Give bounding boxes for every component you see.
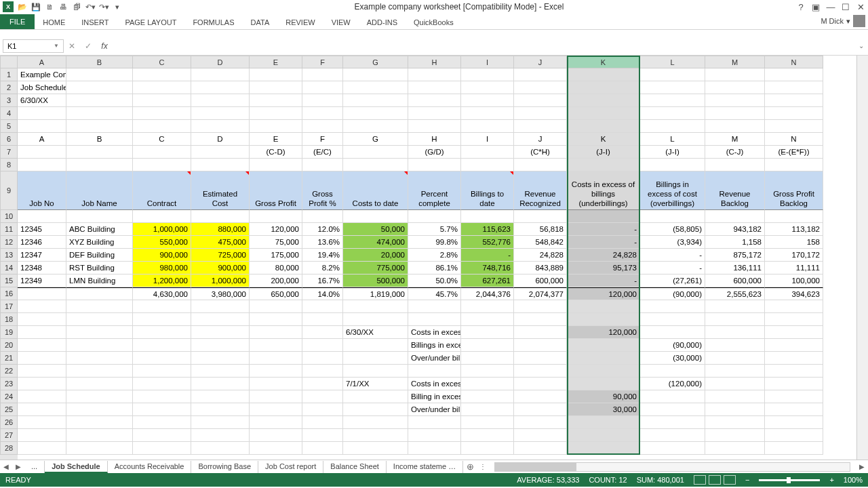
col-header-K[interactable]: K — [567, 56, 640, 68]
tab-view[interactable]: VIEW — [323, 16, 359, 29]
row-header-20[interactable]: 20 — [0, 339, 18, 352]
row-header-21[interactable]: 21 — [0, 352, 18, 365]
col-header-E[interactable]: E — [250, 56, 302, 68]
row-header-23[interactable]: 23 — [0, 378, 18, 390]
tab-page-layout[interactable]: PAGE LAYOUT — [117, 16, 184, 29]
print-preview-icon[interactable]: 🖶 — [58, 2, 68, 12]
tab-file[interactable]: FILE — [0, 14, 35, 29]
zoom-level[interactable]: 100% — [844, 476, 863, 484]
chevron-down-icon: ▾ — [846, 17, 850, 26]
row-header-9[interactable]: 9 — [0, 171, 18, 210]
user-account[interactable]: M Dick▾ — [821, 15, 865, 27]
row-header-12[interactable]: 12 — [0, 236, 18, 249]
quick-print-icon[interactable]: 🗐 — [72, 2, 81, 12]
row-header-25[interactable]: 25 — [0, 403, 18, 416]
row-header-8[interactable]: 8 — [0, 159, 18, 171]
sheet-tab[interactable]: ... — [24, 461, 45, 473]
col-header-G[interactable]: G — [343, 56, 408, 68]
zoom-out-icon[interactable]: − — [745, 476, 749, 484]
row-header-1[interactable]: 1 — [0, 68, 18, 81]
sheet-tab[interactable]: Accounts Receivable — [108, 461, 192, 473]
col-header-F[interactable]: F — [302, 56, 343, 68]
help-icon[interactable]: ? — [796, 2, 806, 12]
ribbon-display-icon[interactable]: ▣ — [811, 2, 821, 12]
cells-area[interactable]: Example CompanyJob Schedule6/30/XXABCDEF… — [18, 68, 856, 455]
row-header-2[interactable]: 2 — [0, 81, 18, 94]
horizontal-scrollbar[interactable] — [494, 462, 850, 472]
expand-formula-bar-icon[interactable]: ⌄ — [854, 42, 868, 49]
close-icon[interactable]: ✕ — [856, 2, 865, 12]
col-header-A[interactable]: A — [18, 56, 66, 68]
sheet-nav-prev[interactable]: ◀ — [0, 463, 12, 470]
sheet-tab[interactable]: Borrowing Base — [191, 461, 258, 473]
sheet-tab[interactable]: Job Cost report — [258, 461, 323, 473]
col-header-L[interactable]: L — [640, 56, 705, 68]
tab-insert[interactable]: INSERT — [73, 16, 117, 29]
row-header-22[interactable]: 22 — [0, 365, 18, 378]
col-header-B[interactable]: B — [66, 56, 133, 68]
row-header-11[interactable]: 11 — [0, 223, 18, 236]
row-header-19[interactable]: 19 — [0, 326, 18, 339]
row-header-7[interactable]: 7 — [0, 146, 18, 159]
sheet-tab[interactable]: Balance Sheet — [323, 461, 387, 473]
maximize-icon[interactable]: ☐ — [841, 2, 850, 12]
minimize-icon[interactable]: — — [826, 2, 835, 12]
row-header-5[interactable]: 5 — [0, 120, 18, 133]
page-layout-view-icon[interactable] — [709, 475, 721, 485]
col-header-C[interactable]: C — [133, 56, 191, 68]
col-header-N[interactable]: N — [765, 56, 823, 68]
save-as-icon[interactable]: 🗎 — [45, 2, 54, 12]
row-header-4[interactable]: 4 — [0, 107, 18, 120]
page-break-view-icon[interactable] — [724, 475, 736, 485]
fx-icon[interactable]: fx — [96, 41, 113, 51]
col-header-D[interactable]: D — [191, 56, 250, 68]
tab-home[interactable]: HOME — [35, 16, 73, 29]
view-buttons[interactable] — [694, 475, 736, 485]
row-header-15[interactable]: 15 — [0, 274, 18, 287]
vertical-scrollbar[interactable] — [856, 56, 868, 460]
zoom-in-icon[interactable]: + — [829, 476, 833, 484]
sheet-tab-bar: ◀ ▶ ...Job ScheduleAccounts ReceivableBo… — [0, 460, 868, 473]
row-header-16[interactable]: 16 — [0, 287, 18, 300]
row-header-26[interactable]: 26 — [0, 416, 18, 429]
row-header-6[interactable]: 6 — [0, 133, 18, 146]
save-icon[interactable]: 💾 — [31, 2, 41, 12]
sheet-tab[interactable]: Income stateme … — [387, 461, 463, 473]
redo-icon[interactable]: ↷▾ — [99, 2, 108, 12]
tab-formulas[interactable]: FORMULAS — [184, 16, 242, 29]
formula-input[interactable] — [113, 39, 854, 53]
col-header-I[interactable]: I — [461, 56, 514, 68]
zoom-slider[interactable] — [759, 479, 820, 481]
row-header-10[interactable]: 10 — [0, 210, 18, 223]
scroll-right[interactable]: ▶ — [856, 463, 868, 470]
row-header-18[interactable]: 18 — [0, 313, 18, 326]
sheet-tab[interactable]: Job Schedule — [45, 461, 108, 473]
row-header-27[interactable]: 27 — [0, 429, 18, 442]
user-name: M Dick — [821, 17, 844, 25]
row-header-28[interactable]: 28 — [0, 442, 18, 455]
row-header-3[interactable]: 3 — [0, 94, 18, 107]
col-header-M[interactable]: M — [705, 56, 765, 68]
tab-quickbooks[interactable]: QuickBooks — [406, 16, 462, 29]
row-header-13[interactable]: 13 — [0, 249, 18, 262]
qat-customize-icon[interactable]: ▾ — [113, 2, 122, 12]
add-sheet-button[interactable]: ⊕ — [463, 462, 477, 472]
sheet-split[interactable]: ⋮ — [477, 463, 489, 470]
tab-data[interactable]: DATA — [243, 16, 278, 29]
sheet-nav-next[interactable]: ▶ — [12, 463, 24, 470]
enter-formula-icon[interactable]: ✓ — [80, 41, 96, 51]
tab-addins[interactable]: ADD-INS — [359, 16, 406, 29]
select-all-corner[interactable] — [0, 56, 18, 68]
name-box[interactable]: K1▼ — [3, 39, 64, 53]
col-header-J[interactable]: J — [514, 56, 567, 68]
open-icon[interactable]: 📂 — [18, 2, 27, 12]
row-header-24[interactable]: 24 — [0, 390, 18, 403]
row-header-14[interactable]: 14 — [0, 262, 18, 274]
undo-icon[interactable]: ↶▾ — [85, 2, 95, 12]
tab-review[interactable]: REVIEW — [277, 16, 323, 29]
col-header-H[interactable]: H — [408, 56, 461, 68]
cancel-formula-icon[interactable]: ✕ — [64, 41, 80, 51]
row-header-17[interactable]: 17 — [0, 300, 18, 313]
chevron-down-icon[interactable]: ▼ — [54, 43, 59, 49]
normal-view-icon[interactable] — [694, 475, 706, 485]
